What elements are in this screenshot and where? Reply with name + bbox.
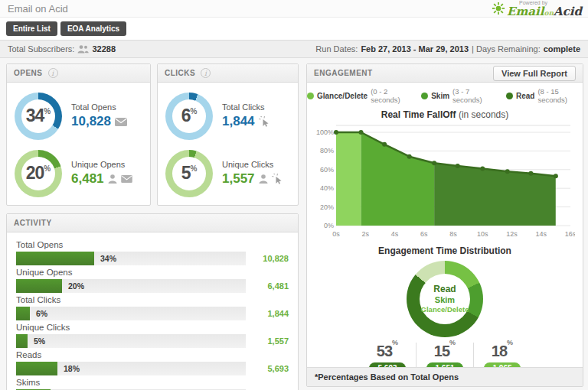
activity-bar-fill [16,307,30,320]
total-opens-label: Total Opens [71,102,127,112]
info-icon[interactable]: i [48,68,58,78]
activity-row-value: 6,481 [253,281,289,291]
distribution-donut: Read Skim Glance/Delete [407,261,483,337]
opens-panel-header: OPENS i [7,64,150,83]
percent-sign: % [449,339,456,346]
page-title: Email on Acid [8,3,68,15]
click-icon [259,116,270,127]
legend-name: Read [516,92,534,100]
svg-text:16s: 16s [565,230,575,238]
starburst-icon [492,2,505,15]
activity-panel-title: ACTIVITY [14,219,52,227]
engagement-panel: ENGAGEMENT View Full Report Glance/Delet… [306,63,583,387]
engagement-footnote: *Percentages Based on Total Opens [307,367,583,386]
unique-opens-pct: 20 [26,163,44,184]
svg-text:0%: 0% [324,222,334,229]
tabs-bar: Entire List EOA Analytics [0,18,588,40]
total-clicks-metric: 6% Total Clicks 1,844 [165,87,290,145]
svg-text:80%: 80% [320,147,334,154]
unique-opens-donut: 20% [15,150,62,197]
info-icon[interactable]: i [201,68,211,78]
brand-email: Email [507,5,544,18]
opens-panel-title: OPENS [14,69,43,77]
activity-row-label: Skims [16,378,289,387]
activity-row-value: 10,828 [253,254,289,263]
opens-panel: OPENS i 34% Total Opens 10,828 [6,63,151,206]
total-opens-metric: 34% Total Opens 10,828 [15,87,142,145]
svg-text:2s: 2s [361,230,369,238]
svg-text:4s: 4s [391,230,399,238]
svg-text:12s: 12s [506,230,518,238]
donut-center-read: Read [433,284,456,295]
legend-name: Glance/Delete [317,92,368,100]
activity-bar-pct: 6% [36,309,47,318]
activity-bar-pct: 20% [68,281,84,291]
activity-bar-pct: 18% [64,364,80,373]
engagement-panel-header: ENGAGEMENT View Full Report [307,64,583,83]
total-clicks-donut: 6% [165,93,213,140]
tab-entire-list[interactable]: Entire List [6,21,57,36]
clicks-panel-title: CLICKS [165,69,195,77]
glance-legend-dot [307,93,314,99]
total-clicks-pct: 6 [181,106,191,126]
activity-rows: Total Opens34%10,828Unique Opens20%6,481… [7,232,298,390]
activity-row-value: 5,693 [253,364,289,373]
engagement-panel-title: ENGAGEMENT [314,69,373,77]
activity-bar-track: 34% [16,252,246,265]
activity-row-label: Unique Clicks [16,323,289,332]
activity-bar-track: 20% [16,279,246,293]
activity-panel-header: ACTIVITY [7,214,298,232]
total-subscribers-value: 32288 [92,44,116,54]
dashboard-content: OPENS i 34% Total Opens 10,828 [0,58,588,390]
activity-bar-fill [16,252,94,265]
falloff-title-suffix: (in seconds) [456,109,509,120]
clicks-panel-header: CLICKS i [158,64,298,83]
svg-text:100%: 100% [316,128,334,136]
read-pct: 53 [377,343,392,359]
activity-row-label: Total Opens [16,240,289,249]
brand-on: on [544,9,554,17]
view-full-report-button[interactable]: View Full Report [493,66,576,81]
person-icon [108,174,117,184]
activity-row-value: 1,557 [253,336,289,346]
activity-bar-track: 6% [16,307,246,320]
falloff-area-chart: 100%80%60%40%20%0%0s2s4s6s8s10s12s14s16s [315,122,575,242]
unique-opens-value: 6,481 [71,171,104,187]
svg-text:10s: 10s [477,230,488,238]
donut-center-glance: Glance/Delete [421,305,469,314]
percent-sign: % [44,164,51,173]
total-opens-value: 10,828 [71,114,111,129]
activity-row: Unique Clicks5%1,557 [16,323,289,348]
percent-sign: % [507,339,513,346]
logo-text: Powered by EmailonAcid [507,0,582,18]
activity-row-value: 1,844 [253,309,289,318]
email-on-acid-logo: Powered by EmailonAcid [492,0,582,18]
brand-acid: Acid [554,5,582,18]
activity-bar-fill [16,362,57,375]
svg-text:60%: 60% [320,166,334,174]
activity-row: Total Opens34%10,828 [16,240,289,265]
donut-center-skim: Skim [435,295,455,306]
title-bar: Email on Acid Powered by EmailonAcid [0,0,588,18]
svg-text:0s: 0s [332,230,340,238]
subscribers-group-icon [77,45,89,54]
tab-eoa-analytics[interactable]: EOA Analytics [60,21,126,36]
activity-bar-fill [16,334,28,348]
total-clicks-label: Total Clicks [222,102,270,112]
legend-item-read: Read (8 - 15 seconds) [506,87,583,104]
legend-name: Skim [431,92,449,100]
percent-sign: % [44,107,51,115]
activity-row: Unique Opens20%6,481 [16,268,289,293]
days-remaining-label: | Days Remaining: [472,44,541,54]
total-opens-pct: 34 [26,106,44,126]
activity-row: Reads18%5,693 [16,350,289,375]
click-icon [272,174,283,184]
activity-bar-pct: 34% [100,254,116,263]
legend-item-skim: Skim (3 - 7 seconds) [421,87,494,104]
legend-range: (0 - 2 seconds) [371,87,409,104]
clicks-panel: CLICKS i 6% Total Clicks 1,844 [157,63,299,206]
skim-pct: 15 [434,343,449,359]
envelope-icon [121,175,132,183]
distribution-title: Engagement Time Distribution [307,245,583,256]
activity-row-label: Reads [16,350,289,359]
